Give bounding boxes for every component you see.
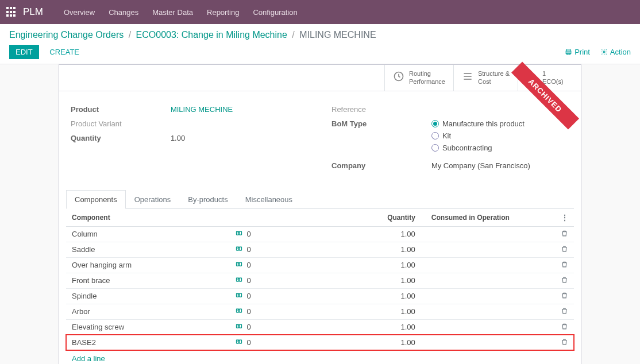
stat-eco[interactable]: 1ECO(s)	[518, 65, 581, 91]
svg-point-9	[533, 77, 536, 80]
create-button[interactable]: CREATE	[43, 45, 86, 59]
trash-icon[interactable]	[561, 323, 568, 332]
trash-icon[interactable]	[561, 338, 568, 347]
tab[interactable]: By-products	[179, 190, 236, 209]
table-row[interactable]: Elevating screw 01.00	[66, 319, 574, 335]
breadcrumb-link[interactable]: ECO0003: Change in Miling Mechine	[136, 30, 287, 40]
product-label: Product	[71, 105, 171, 114]
print-button[interactable]: Print	[565, 48, 590, 56]
components-table: Component Quantity Consumed in Operation…	[66, 209, 574, 351]
kebab-icon[interactable]: ⋮	[561, 214, 568, 222]
internal-link-icon[interactable]	[236, 277, 242, 285]
svg-rect-23	[240, 324, 242, 328]
table-row[interactable]: Spindle 01.00	[66, 288, 574, 304]
qty-cell: 1.00	[257, 273, 421, 288]
table-row[interactable]: Front brace 01.00	[66, 273, 574, 288]
nav-item[interactable]: Overview	[57, 8, 102, 17]
svg-rect-11	[240, 231, 242, 235]
product-link[interactable]: MILING MECHINE	[171, 105, 233, 114]
breadcrumb-link[interactable]: Engineering Change Orders	[9, 30, 124, 40]
internal-link-icon[interactable]	[236, 308, 242, 316]
internal-link-icon[interactable]	[236, 339, 242, 347]
bom-radio[interactable]: Manufacture this product	[431, 119, 569, 128]
bom-radio[interactable]: Kit	[431, 131, 569, 140]
internal-link-icon[interactable]	[236, 246, 242, 254]
gears-icon	[526, 71, 538, 85]
print-icon	[565, 48, 572, 56]
ref-value: 0	[246, 307, 250, 316]
bomtype-label: BoM Type	[331, 119, 431, 156]
apps-icon[interactable]	[5, 5, 18, 19]
internal-link-icon[interactable]	[236, 230, 242, 238]
app-brand: PLM	[23, 6, 43, 18]
form-sheet: RoutingPerformance Structure &Cost 1ECO(…	[59, 64, 581, 364]
table-row[interactable]: BASE2 01.00	[66, 335, 574, 350]
stat-routing[interactable]: RoutingPerformance	[384, 65, 453, 91]
trash-icon[interactable]	[561, 261, 568, 270]
table-row[interactable]: Over hanging arm 01.00	[66, 257, 574, 273]
qty-cell: 1.00	[257, 242, 421, 257]
component-cell: Front brace	[66, 273, 230, 288]
component-cell: Arbor	[66, 304, 230, 319]
bom-radio[interactable]: Subcontracting	[431, 144, 569, 152]
component-cell: Over hanging arm	[66, 257, 230, 273]
nav-item[interactable]: Master Data	[145, 8, 200, 17]
qty-value: 1.00	[171, 134, 309, 142]
nav-item[interactable]: Configuration	[246, 8, 304, 17]
svg-rect-13	[240, 247, 242, 250]
table-row[interactable]: Column 01.00	[66, 226, 574, 242]
ref-value: 0	[246, 292, 250, 300]
radio-icon	[431, 144, 439, 152]
svg-point-3	[603, 51, 605, 53]
topbar: PLM OverviewChangesMaster DataReportingC…	[0, 0, 640, 24]
add-line[interactable]: Add a line	[66, 351, 574, 364]
qty-cell: 1.00	[257, 288, 421, 304]
table-row[interactable]: Arbor 01.00	[66, 304, 574, 319]
ref-value: 0	[246, 230, 250, 238]
trash-icon[interactable]	[561, 292, 568, 301]
col-quantity: Quantity	[257, 209, 421, 227]
list-icon	[462, 71, 473, 85]
qty-cell: 1.00	[257, 335, 421, 350]
ref-value: 0	[246, 245, 250, 254]
nav-item[interactable]: Reporting	[200, 8, 246, 17]
trash-icon[interactable]	[561, 230, 568, 239]
tab[interactable]: Components	[66, 190, 126, 209]
nav-item[interactable]: Changes	[102, 8, 145, 17]
company-label: Company	[331, 161, 431, 170]
component-cell: BASE2	[66, 335, 230, 350]
edit-button[interactable]: EDIT	[9, 45, 39, 59]
qty-cell: 1.00	[257, 226, 421, 242]
ref-value: 0	[246, 323, 250, 331]
tab[interactable]: Miscellaneous	[237, 190, 301, 209]
table-row[interactable]: Saddle 01.00	[66, 242, 574, 257]
internal-link-icon[interactable]	[236, 292, 242, 300]
component-cell: Elevating screw	[66, 319, 230, 335]
svg-point-8	[529, 73, 533, 77]
ref-value: 0	[246, 276, 250, 285]
qty-cell: 1.00	[257, 257, 421, 273]
svg-rect-25	[240, 340, 242, 343]
internal-link-icon[interactable]	[236, 323, 242, 331]
stat-structure[interactable]: Structure &Cost	[453, 65, 518, 91]
radio-icon	[431, 132, 439, 140]
component-cell: Saddle	[66, 242, 230, 257]
ref-value: 0	[246, 338, 250, 347]
qty-cell: 1.00	[257, 304, 421, 319]
internal-link-icon[interactable]	[236, 261, 242, 269]
component-cell: Column	[66, 226, 230, 242]
col-consumed: Consumed in Operation⋮	[421, 209, 574, 227]
ref-value: 0	[246, 261, 250, 269]
trash-icon[interactable]	[561, 245, 568, 254]
trash-icon[interactable]	[561, 307, 568, 316]
radio-icon	[431, 120, 439, 127]
trash-icon[interactable]	[561, 276, 568, 285]
gear-icon	[600, 48, 608, 56]
tab[interactable]: Operations	[126, 190, 180, 209]
reference-label: Reference	[331, 105, 431, 114]
company-value: My Company (San Francisco)	[431, 161, 569, 170]
svg-rect-15	[240, 262, 242, 266]
qty-cell: 1.00	[257, 319, 421, 335]
action-button[interactable]: Action	[600, 48, 631, 56]
breadcrumb: Engineering Change Orders / ECO0003: Cha…	[9, 30, 631, 40]
